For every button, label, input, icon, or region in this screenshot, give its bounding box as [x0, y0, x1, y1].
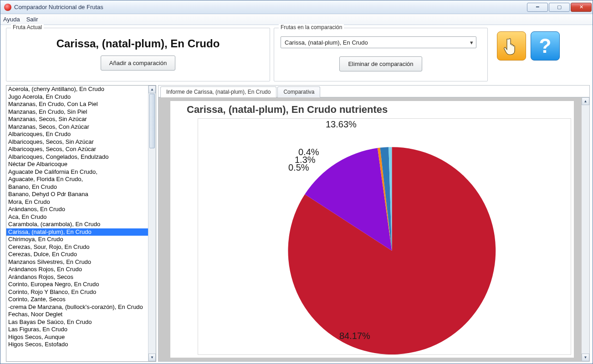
fruit-list-item[interactable]: Néctar De Albaricoque	[6, 161, 148, 168]
menubar: Ayuda Salir	[0, 14, 593, 25]
fruit-list-item[interactable]: Cerezas, Sour, Rojo, En Crudo	[6, 243, 148, 251]
question-icon: ?	[539, 36, 552, 56]
fruit-list-item[interactable]: Cerezas, Dulce, En Crudo	[6, 251, 148, 258]
tab-informe[interactable]: Informe de Carissa, (natal-plum), En Cru…	[160, 86, 276, 97]
fruit-list-item[interactable]: Fechas, Noor Deglet	[6, 311, 148, 318]
pane-scrollbar[interactable]: ▲ ▼	[582, 97, 589, 361]
fruit-list-item[interactable]: Las Bayas De Saúco, En Crudo	[6, 318, 148, 326]
fruit-list-item[interactable]: Higos Secos, Aunque	[6, 334, 148, 341]
tabstrip: Informe de Carissa, (natal-plum), En Cru…	[158, 86, 589, 97]
fruta-actual-legend: Fruta Actual	[11, 24, 44, 30]
close-button[interactable]: ✕	[571, 3, 592, 12]
fruit-list-item[interactable]: -crema De Manzana, (bullock's-corazón), …	[6, 303, 148, 311]
fruit-list-item[interactable]: Albaricoques, Congelados, Endulzado	[6, 153, 148, 161]
fruit-list-item[interactable]: Corinto, Rojo Y Blanco, En Crudo	[6, 288, 148, 296]
fruit-list-item[interactable]: Manzanas, Secos, Con Azúcar	[6, 123, 148, 131]
fruit-list-item[interactable]: Aguacate De California En Crudo,	[6, 168, 148, 176]
fruit-list-item[interactable]: Manzanos Silvestres, En Crudo	[6, 258, 148, 266]
fruit-list-item[interactable]: Jugo Acerola, En Crudo	[6, 93, 148, 101]
app-window: Comparador Nutricional de Frutas ━ ▢ ✕ A…	[0, 0, 593, 364]
add-to-comparison-button[interactable]: Añadir a comparación	[101, 56, 175, 71]
fruit-list-item[interactable]: Arándanos Rojos, En Crudo	[6, 266, 148, 273]
fruit-list-item[interactable]: Albaricoques, Secos, Sin Azúcar	[6, 138, 148, 146]
fruit-list-item[interactable]: Manzanas, En Crudo, Con La Piel	[6, 101, 148, 108]
fruit-list-item[interactable]: Chirimoya, En Crudo	[6, 236, 148, 243]
pie-slice-label: 13.63%	[326, 119, 357, 130]
pie-slice-label: 0.5%	[288, 162, 309, 173]
scroll-thumb[interactable]	[149, 94, 155, 148]
fruit-list-item[interactable]: Aca, En Crudo	[6, 213, 148, 221]
pointer-hand-icon	[503, 36, 520, 56]
fruit-list-item[interactable]: Manzanas, Secos, Sin Azúcar	[6, 116, 148, 123]
fruit-list-item[interactable]: Carissa, (natal-plum), En Crudo	[6, 228, 148, 236]
fruit-list-item[interactable]: Corinto, Europea Negro, En Crudo	[6, 281, 148, 288]
comparison-select[interactable]: Carissa, (natal-plum), En Crudo ▾	[281, 36, 476, 48]
scroll-down-icon[interactable]: ▼	[148, 354, 156, 361]
comparacion-group: Frutas en la comparación Carissa, (natal…	[274, 28, 488, 81]
scroll-up-icon[interactable]: ▲	[582, 97, 589, 105]
detail-pane: Informe de Carissa, (natal-plum), En Cru…	[158, 85, 590, 362]
fruit-list-item[interactable]: Arándanos, En Crudo	[6, 206, 148, 213]
comparacion-legend: Frutas en la comparación	[279, 24, 344, 30]
fruit-list-item[interactable]: Las Figuras, En Crudo	[6, 326, 148, 334]
titlebar: Comparador Nutricional de Frutas ━ ▢ ✕	[0, 0, 593, 14]
fruit-list-item[interactable]: Albaricoques, Secos, Con Azúcar	[6, 146, 148, 153]
fruta-actual-group: Fruta Actual Carissa, (natal-plum), En C…	[6, 28, 270, 81]
scroll-down-icon[interactable]: ▼	[582, 354, 589, 361]
window-controls: ━ ▢ ✕	[526, 3, 592, 12]
chart-area: Carissa, (natal-plum), En Crudo nutrient…	[158, 97, 589, 361]
pointer-hand-button[interactable]	[497, 31, 526, 61]
list-scrollbar[interactable]: ▲ ▼	[148, 86, 156, 361]
chart-title: Carissa, (natal-plum), En Crudo nutrient…	[170, 101, 574, 117]
pie-chart: 13.63%0.4%1.3%0.5%84.17%	[198, 118, 571, 355]
fruit-list-item[interactable]: Mora, En Crudo	[6, 198, 148, 206]
window-title: Comparador Nutricional de Frutas	[14, 4, 103, 10]
fruit-list-item[interactable]: Banano, Dehyd O Pdr Banana	[6, 191, 148, 198]
menu-salir[interactable]: Salir	[26, 16, 38, 23]
tab-comparativa[interactable]: Comparativa	[277, 86, 320, 97]
comparison-select-value: Carissa, (natal-plum), En Crudo	[281, 39, 467, 46]
fruit-list-item[interactable]: Acerola, (cherry Antillano), En Crudo	[6, 86, 148, 93]
fruit-list-item[interactable]: Higos Secos, Estofado	[6, 341, 148, 349]
scroll-up-icon[interactable]: ▲	[148, 86, 156, 93]
minimize-button[interactable]: ━	[527, 3, 548, 12]
help-button[interactable]: ?	[531, 31, 560, 61]
fruit-list-item[interactable]: Banano, En Crudo	[6, 183, 148, 191]
strawberry-icon	[4, 4, 11, 11]
pie-slice-label: 84.17%	[339, 331, 370, 341]
fruit-list-item[interactable]: Aguacate, Florida En Crudo,	[6, 176, 148, 183]
fruit-list-item[interactable]: Carambola, (carambola), En Crudo	[6, 221, 148, 228]
fruit-list-item[interactable]: Arándanos Rojos, Secos	[6, 273, 148, 281]
fruit-list-item[interactable]: Manzanas, En Crudo, Sin Piel	[6, 108, 148, 116]
fruta-actual-name: Carissa, (natal-plum), En Crudo	[13, 37, 263, 50]
remove-from-comparison-button[interactable]: Eliminar de comparación	[339, 56, 422, 71]
fruit-list-item[interactable]: Corinto, Zante, Secos	[6, 296, 148, 303]
chevron-down-icon: ▾	[467, 37, 476, 48]
menu-ayuda[interactable]: Ayuda	[3, 16, 20, 23]
maximize-button[interactable]: ▢	[549, 3, 570, 12]
fruit-list-item[interactable]: Albaricoques, En Crudo	[6, 131, 148, 138]
fruit-list[interactable]: Acerola, (cherry Antillano), En CrudoJug…	[6, 85, 156, 362]
